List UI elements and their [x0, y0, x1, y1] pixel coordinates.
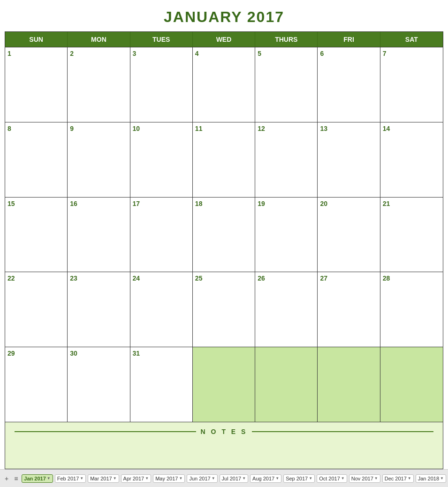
day-cell-26[interactable]: 26	[255, 272, 318, 347]
day-number: 23	[70, 274, 77, 282]
month-tab-jul-2017[interactable]: Jul 2017 ▼	[220, 474, 249, 483]
day-cell-24[interactable]: 24	[130, 272, 193, 347]
day-cell-27[interactable]: 27	[318, 272, 380, 347]
day-cell-23[interactable]: 23	[68, 272, 130, 347]
day-number: 30	[70, 350, 77, 357]
month-tab-jan-2018[interactable]: Jan 2018 ▼	[416, 474, 446, 483]
month-tab-feb-2017[interactable]: Feb 2017 ▼	[55, 474, 86, 483]
day-number: 8	[8, 125, 11, 132]
day-cell-8[interactable]: 8	[5, 122, 68, 197]
month-tab-sep-2017[interactable]: Sep 2017 ▼	[283, 474, 315, 483]
month-tab-jun-2017[interactable]: Jun 2017 ▼	[187, 474, 217, 483]
day-cell-2[interactable]: 2	[68, 47, 130, 122]
day-number: 15	[8, 200, 15, 207]
day-number: 25	[195, 274, 203, 282]
menu-icon[interactable]: ≡	[12, 474, 20, 483]
calendar-container: JANUARY 2017 SUNMONTUESWEDTHURSFRISAT 12…	[0, 0, 448, 469]
day-cell-10[interactable]: 10	[130, 122, 193, 197]
day-header-sun: SUN	[5, 32, 68, 47]
day-cell-20[interactable]: 20	[318, 198, 380, 272]
day-cell-6[interactable]: 6	[318, 47, 380, 122]
add-icon[interactable]: +	[3, 474, 10, 483]
day-cell-empty-5[interactable]	[318, 347, 380, 422]
day-cell-11[interactable]: 11	[193, 122, 255, 197]
day-number: 29	[8, 350, 15, 357]
notes-label: N O T E S	[201, 428, 248, 435]
day-number: 21	[383, 200, 390, 207]
day-cell-31[interactable]: 31	[130, 347, 193, 422]
notes-line-right	[252, 431, 433, 432]
dropdown-arrow: ▼	[145, 476, 149, 480]
dropdown-arrow: ▼	[341, 476, 345, 480]
day-header-thurs: THURS	[255, 32, 318, 47]
day-number: 14	[383, 125, 390, 132]
day-cell-18[interactable]: 18	[193, 198, 255, 272]
week-row-2: 891011121314	[5, 122, 443, 197]
day-number: 18	[195, 200, 203, 207]
day-cell-14[interactable]: 14	[380, 122, 443, 197]
day-number: 4	[195, 50, 199, 57]
day-number: 27	[320, 274, 327, 282]
dropdown-arrow: ▼	[242, 476, 246, 480]
day-header-wed: WED	[193, 32, 255, 47]
day-cell-12[interactable]: 12	[255, 122, 318, 197]
month-tab-nov-2017[interactable]: Nov 2017 ▼	[349, 474, 380, 483]
day-cell-13[interactable]: 13	[318, 122, 380, 197]
day-cell-3[interactable]: 3	[130, 47, 193, 122]
dropdown-arrow: ▼	[309, 476, 312, 480]
day-cell-16[interactable]: 16	[68, 198, 130, 272]
day-number: 28	[383, 274, 390, 282]
day-number: 16	[70, 200, 77, 207]
day-number: 19	[258, 200, 265, 207]
day-number: 13	[320, 125, 327, 132]
day-cell-empty-4[interactable]	[255, 347, 318, 422]
day-cell-21[interactable]: 21	[380, 198, 443, 272]
month-tab-may-2017[interactable]: May 2017 ▼	[153, 474, 185, 483]
day-number: 22	[8, 274, 15, 282]
day-header-fri: FRI	[318, 32, 380, 47]
dropdown-arrow: ▼	[47, 476, 51, 480]
day-number: 5	[258, 50, 261, 57]
day-cell-9[interactable]: 9	[68, 122, 130, 197]
day-header-tues: TUES	[130, 32, 193, 47]
day-cell-25[interactable]: 25	[193, 272, 255, 347]
week-row-5: 293031	[5, 347, 443, 422]
calendar-title: JANUARY 2017	[5, 4, 443, 31]
day-cell-7[interactable]: 7	[380, 47, 443, 122]
day-number: 7	[383, 50, 387, 57]
day-cell-5[interactable]: 5	[255, 47, 318, 122]
week-row-3: 15161718192021	[5, 197, 443, 272]
week-row-1: 1234567	[5, 47, 443, 122]
month-tab-mar-2017[interactable]: Mar 2017 ▼	[88, 474, 119, 483]
day-cell-29[interactable]: 29	[5, 347, 68, 422]
month-tab-apr-2017[interactable]: Apr 2017 ▼	[121, 474, 152, 483]
day-cell-28[interactable]: 28	[380, 272, 443, 347]
month-tab-oct-2017[interactable]: Oct 2017 ▼	[317, 474, 347, 483]
day-cell-4[interactable]: 4	[193, 47, 255, 122]
day-number: 26	[258, 274, 265, 282]
day-number: 11	[195, 125, 203, 132]
day-number: 31	[133, 350, 140, 357]
day-cell-empty-6[interactable]	[380, 347, 443, 422]
day-cell-17[interactable]: 17	[130, 198, 193, 272]
day-number: 2	[70, 50, 74, 57]
day-cell-19[interactable]: 19	[255, 198, 318, 272]
day-number: 24	[133, 274, 140, 282]
day-number: 20	[320, 200, 327, 207]
day-cell-30[interactable]: 30	[68, 347, 130, 422]
notes-line-left	[15, 431, 196, 432]
dropdown-arrow: ▼	[80, 476, 84, 480]
notes-header: N O T E S	[15, 428, 433, 435]
month-tab-dec-2017[interactable]: Dec 2017 ▼	[382, 474, 414, 483]
dropdown-arrow: ▼	[113, 476, 117, 480]
day-cell-15[interactable]: 15	[5, 198, 68, 272]
month-tab-jan-2017[interactable]: Jan 2017 ▼	[22, 474, 53, 483]
day-cell-empty-3[interactable]	[193, 347, 255, 422]
month-tab-aug-2017[interactable]: Aug 2017 ▼	[250, 474, 281, 483]
dropdown-arrow: ▼	[275, 476, 279, 480]
day-number: 17	[133, 200, 140, 207]
day-headers-row: SUNMONTUESWEDTHURSFRISAT	[5, 32, 443, 47]
day-cell-22[interactable]: 22	[5, 272, 68, 347]
day-cell-1[interactable]: 1	[5, 47, 68, 122]
week-row-4: 22232425262728	[5, 272, 443, 347]
